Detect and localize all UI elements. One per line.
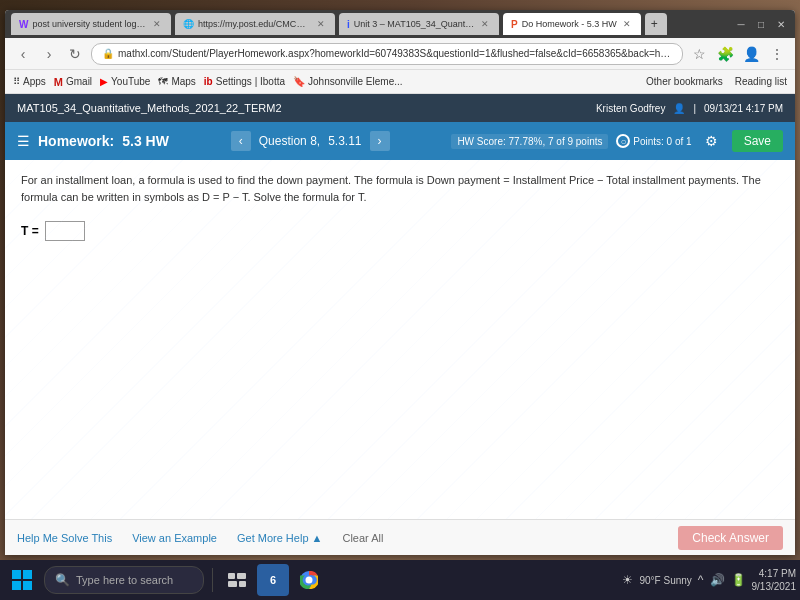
- calendar-taskbar-button[interactable]: 6: [257, 564, 289, 596]
- user-info: Kristen Godfrey 👤 | 09/13/21 4:17 PM: [596, 103, 783, 114]
- minimize-button[interactable]: ─: [733, 16, 749, 32]
- close-button[interactable]: ✕: [773, 16, 789, 32]
- apps-icon: ⠿: [13, 76, 20, 87]
- tab-cmcportal[interactable]: 🌐 https://my.post.edu/CMCPortal/... ✕: [175, 13, 335, 35]
- weather-icon: ☀: [622, 573, 633, 587]
- homework-name: 5.3 HW: [122, 133, 169, 149]
- course-title: MAT105_34_Quantitative_Methods_2021_22_T…: [17, 102, 282, 114]
- help-me-solve-button[interactable]: Help Me Solve This: [17, 532, 112, 544]
- system-tray: ☀ 90°F Sunny ^ 🔊 🔋 4:17 PM 9/13/2021: [622, 567, 796, 593]
- reload-button[interactable]: ↻: [65, 44, 85, 64]
- extensions-button[interactable]: 🧩: [715, 44, 735, 64]
- taskbar-divider-1: [212, 568, 213, 592]
- bookmark-gmail[interactable]: M Gmail: [54, 76, 92, 88]
- check-answer-button[interactable]: Check Answer: [678, 526, 783, 550]
- battery-icon: 🔋: [731, 573, 746, 587]
- svg-point-9: [306, 577, 313, 584]
- taskbar-search-text: Type here to search: [76, 574, 173, 586]
- restore-button[interactable]: □: [753, 16, 769, 32]
- taskbar-search-bar[interactable]: 🔍 Type here to search: [44, 566, 204, 594]
- tab-unit3[interactable]: i Unit 3 – MAT105_34_Quantitati... ✕: [339, 13, 499, 35]
- tab-label-2: https://my.post.edu/CMCPortal/...: [198, 19, 311, 29]
- clock-display: 4:17 PM 9/13/2021: [752, 567, 797, 593]
- bookmarks-right: Other bookmarks Reading list: [646, 76, 787, 87]
- homework-header: ☰ Homework: 5.3 HW ‹ Question 8, 5.3.11 …: [5, 122, 795, 160]
- tab-label-1: post university student login - Y...: [32, 19, 147, 29]
- tab-close-4[interactable]: ✕: [621, 18, 633, 30]
- search-icon: 🔍: [55, 573, 70, 587]
- question-label: Question 8,: [259, 134, 320, 148]
- points-label: Points:: [633, 136, 664, 147]
- user-icon: 👤: [673, 103, 685, 114]
- reading-list[interactable]: Reading list: [735, 76, 787, 87]
- answer-row: T =: [21, 221, 779, 241]
- new-tab-button[interactable]: +: [645, 13, 667, 35]
- menu-button[interactable]: ⋮: [767, 44, 787, 64]
- other-bookmarks[interactable]: Other bookmarks: [646, 76, 723, 87]
- answer-input[interactable]: [45, 221, 85, 241]
- tab-label-3: Unit 3 – MAT105_34_Quantitati...: [354, 19, 475, 29]
- hw-score-label: HW Score:: [457, 136, 505, 147]
- bookmark-maps[interactable]: 🗺 Maps: [158, 76, 195, 87]
- save-button[interactable]: Save: [732, 130, 783, 152]
- window-controls: ─ □ ✕: [733, 16, 789, 32]
- settings-button[interactable]: ⚙: [700, 129, 724, 153]
- student-name: Kristen Godfrey: [596, 103, 665, 114]
- tab-close-2[interactable]: ✕: [315, 18, 327, 30]
- chrome-icon: [300, 571, 318, 589]
- task-view-icon: [228, 573, 246, 587]
- back-button[interactable]: ‹: [13, 44, 33, 64]
- problem-text: For an installment loan, a formula is us…: [21, 172, 779, 205]
- start-button[interactable]: [4, 562, 40, 598]
- calendar-icon: 6: [270, 574, 276, 586]
- hw-score-area: HW Score: 77.78%, 7 of 9 points ○ Points…: [451, 129, 783, 153]
- volume-icon: 🔊: [710, 573, 725, 587]
- prev-question-button[interactable]: ‹: [231, 131, 251, 151]
- tab-icon-3: i: [347, 19, 350, 30]
- forward-button[interactable]: ›: [39, 44, 59, 64]
- bookmark-youtube[interactable]: ▶ YouTube: [100, 76, 150, 87]
- bookmark-apps[interactable]: ⠿ Apps: [13, 76, 46, 87]
- tab-close-3[interactable]: ✕: [479, 18, 491, 30]
- tab-close-1[interactable]: ✕: [151, 18, 163, 30]
- clear-all-button[interactable]: Clear All: [342, 532, 383, 544]
- question-section: 5.3.11: [328, 134, 361, 148]
- svg-rect-3: [23, 581, 32, 590]
- tab-do-homework[interactable]: P Do Homework - 5.3 HW ✕: [503, 13, 641, 35]
- main-content: For an installment loan, a formula is us…: [5, 160, 795, 519]
- course-date: 09/13/21 4:17 PM: [704, 103, 783, 114]
- taskbar: 🔍 Type here to search 6 ☀ 90°F Sunny ^ 🔊…: [0, 560, 800, 600]
- profile-button[interactable]: 👤: [741, 44, 761, 64]
- maps-icon: 🗺: [158, 76, 168, 87]
- chrome-taskbar-button[interactable]: [293, 564, 325, 596]
- clock-date: 9/13/2021: [752, 580, 797, 593]
- bookmark-star-button[interactable]: ☆: [689, 44, 709, 64]
- bookmarks-bar: ⠿ Apps M Gmail ▶ YouTube 🗺 Maps ib Setti…: [5, 70, 795, 94]
- hamburger-menu[interactable]: ☰: [17, 133, 30, 149]
- windows-logo-icon: [12, 570, 32, 590]
- bookmark-ibotta[interactable]: ib Settings | Ibotta: [204, 76, 285, 87]
- bottom-toolbar: Help Me Solve This View an Example Get M…: [5, 519, 795, 555]
- hw-score-badge: HW Score: 77.78%, 7 of 9 points: [451, 134, 608, 149]
- bookmark-johnsonville[interactable]: 🔖 Johnsonville Eleme...: [293, 76, 403, 87]
- tab-post-university[interactable]: W post university student login - Y... ✕: [11, 13, 171, 35]
- points-value: 0 of 1: [667, 136, 692, 147]
- get-more-help-button[interactable]: Get More Help ▲: [237, 532, 322, 544]
- clock-time: 4:17 PM: [752, 567, 797, 580]
- points-circle-icon: ○: [616, 134, 630, 148]
- task-view-button[interactable]: [221, 564, 253, 596]
- course-bar: MAT105_34_Quantitative_Methods_2021_22_T…: [5, 94, 795, 122]
- view-example-button[interactable]: View an Example: [132, 532, 217, 544]
- network-icon: ^: [698, 573, 704, 587]
- svg-rect-2: [12, 581, 21, 590]
- diagonal-pattern: [5, 160, 795, 519]
- svg-rect-5: [237, 573, 246, 579]
- next-question-button[interactable]: ›: [370, 131, 390, 151]
- browser-window: W post university student login - Y... ✕…: [5, 10, 795, 555]
- svg-rect-6: [228, 581, 237, 587]
- question-nav: ‹ Question 8, 5.3.11 ›: [177, 131, 443, 151]
- johnsonville-icon: 🔖: [293, 76, 305, 87]
- svg-rect-7: [239, 581, 246, 587]
- url-bar[interactable]: 🔒 mathxl.com/Student/PlayerHomework.aspx…: [91, 43, 683, 65]
- hw-score-value: 77.78%,: [509, 136, 546, 147]
